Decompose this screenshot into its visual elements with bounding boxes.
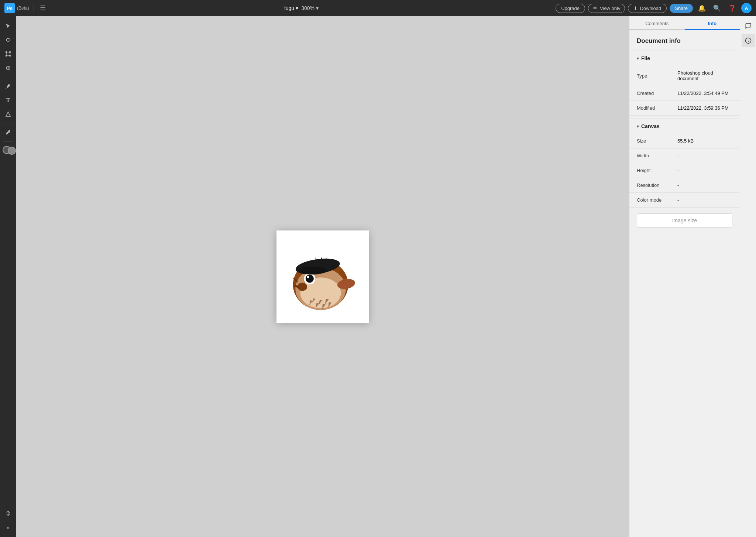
file-chevron-icon: ▾: [637, 56, 639, 61]
created-value: 11/22/2022, 3:54:49 PM: [677, 90, 732, 96]
topbar-divider1: [34, 4, 34, 12]
fugu-artwork: [282, 236, 363, 317]
filename-chevron-icon: ▾: [296, 5, 298, 11]
panel-tab-bar: Comments Info: [629, 16, 740, 30]
svg-point-18: [298, 283, 307, 291]
height-value: -: [677, 168, 732, 173]
tab-comments[interactable]: Comments: [629, 18, 685, 30]
height-label: Height: [637, 168, 677, 173]
hamburger-button[interactable]: ☰: [38, 3, 47, 14]
view-only-button[interactable]: 👁 View only: [588, 4, 625, 13]
svg-point-5: [10, 55, 11, 57]
heal-tool-button[interactable]: [1, 61, 15, 75]
size-label: Size: [637, 138, 677, 144]
text-tool-icon: T: [6, 97, 10, 103]
share-button[interactable]: Share: [670, 4, 693, 13]
canvas-chevron-icon: ▾: [637, 124, 639, 129]
help-button[interactable]: ❓: [726, 3, 738, 14]
file-section-header[interactable]: ▾ File: [629, 51, 740, 66]
width-value: -: [677, 153, 732, 158]
upgrade-button[interactable]: Upgrade: [556, 4, 585, 13]
avatar[interactable]: A: [741, 3, 752, 13]
text-tool-button[interactable]: T: [1, 93, 15, 107]
modified-value: 11/22/2022, 3:59:36 PM: [677, 105, 732, 111]
download-label: Download: [640, 6, 661, 11]
eyedropper-tool-button[interactable]: [1, 126, 15, 139]
svg-point-2: [6, 52, 7, 53]
type-label: Type: [637, 73, 677, 79]
zoom-chevron-icon: ▾: [316, 5, 319, 11]
height-row: Height -: [629, 163, 740, 178]
canvas-section-header[interactable]: ▾ Canvas: [629, 119, 740, 134]
left-toolbar: T «: [0, 16, 16, 537]
svg-point-4: [6, 55, 7, 57]
download-icon: ⬇: [633, 6, 638, 11]
color-pair: [3, 146, 14, 157]
zoom-button[interactable]: 300% ▾: [301, 5, 319, 11]
canvas-area[interactable]: [16, 16, 629, 537]
colormode-row: Color mode -: [629, 193, 740, 208]
view-only-label: View only: [600, 6, 620, 11]
created-label: Created: [637, 90, 677, 96]
svg-marker-9: [6, 112, 10, 116]
topbar: Ps (Beta) ☰ fugu ▾ 300% ▾ Upgrade 👁 View…: [0, 0, 756, 16]
canvas-section-label: Canvas: [641, 123, 660, 129]
svg-point-17: [307, 276, 309, 278]
colormode-value: -: [677, 197, 732, 203]
colormode-label: Color mode: [637, 197, 677, 203]
collapse-icon: «: [7, 525, 9, 530]
doc-info-section: Document info: [629, 30, 740, 51]
zoom-area: 300% ▾: [301, 5, 319, 11]
type-value: Photoshop cloud document: [677, 70, 732, 81]
select-tool-button[interactable]: [1, 19, 15, 33]
help-icon: ❓: [728, 5, 736, 12]
file-section-label: File: [641, 55, 650, 61]
size-value: 55.5 kB: [677, 138, 732, 144]
brush-tool-button[interactable]: [1, 79, 15, 93]
collapse-toolbar-button[interactable]: «: [1, 521, 15, 534]
doc-info-title: Document info: [637, 37, 732, 45]
size-row: Size 55.5 kB: [629, 134, 740, 148]
resolution-label: Resolution: [637, 182, 677, 188]
tool-separator3: [3, 141, 13, 141]
width-row: Width -: [629, 148, 740, 163]
filename-button[interactable]: fugu ▾: [284, 5, 298, 11]
filename-area: fugu ▾: [284, 5, 298, 11]
shape-tool-button[interactable]: [1, 107, 15, 121]
svg-point-3: [10, 52, 11, 53]
svg-point-16: [306, 275, 314, 283]
app-logo-area: Ps (Beta): [4, 3, 29, 13]
download-button[interactable]: ⬇ Download: [628, 4, 667, 13]
tool-separator1: [3, 77, 13, 77]
scroll-tool-button[interactable]: [1, 507, 15, 520]
search-icon: 🔍: [713, 5, 721, 12]
svg-point-33: [298, 267, 327, 275]
far-right-sidebar: [740, 16, 756, 537]
resolution-value: -: [677, 182, 732, 188]
ps-logo: Ps: [4, 3, 15, 13]
main-layout: T «: [0, 16, 756, 537]
modified-label: Modified: [637, 105, 677, 111]
beta-label: (Beta): [17, 6, 29, 11]
right-side: Comments Info Document info ▾ File Type …: [629, 16, 756, 537]
comment-panel-button[interactable]: [742, 19, 755, 33]
filename-label: fugu: [284, 5, 294, 11]
resolution-row: Resolution -: [629, 178, 740, 193]
canvas-image: [276, 230, 369, 323]
eye-icon: 👁: [593, 6, 598, 11]
info-panel-button[interactable]: [742, 34, 755, 47]
width-label: Width: [637, 153, 677, 158]
search-button[interactable]: 🔍: [711, 3, 723, 14]
tab-info[interactable]: Info: [685, 18, 740, 30]
bell-icon: 🔔: [698, 5, 706, 12]
transform-tool-button[interactable]: [1, 47, 15, 61]
zoom-level: 300%: [301, 5, 315, 11]
lasso-tool-button[interactable]: [1, 33, 15, 47]
modified-row: Modified 11/22/2022, 3:59:36 PM: [629, 101, 740, 116]
image-size-button[interactable]: Image size: [637, 213, 732, 228]
svg-point-0: [6, 38, 10, 41]
background-color[interactable]: [8, 147, 16, 155]
notifications-button[interactable]: 🔔: [696, 3, 708, 14]
type-row: Type Photoshop cloud document: [629, 66, 740, 86]
right-panel: Comments Info Document info ▾ File Type …: [629, 16, 740, 537]
